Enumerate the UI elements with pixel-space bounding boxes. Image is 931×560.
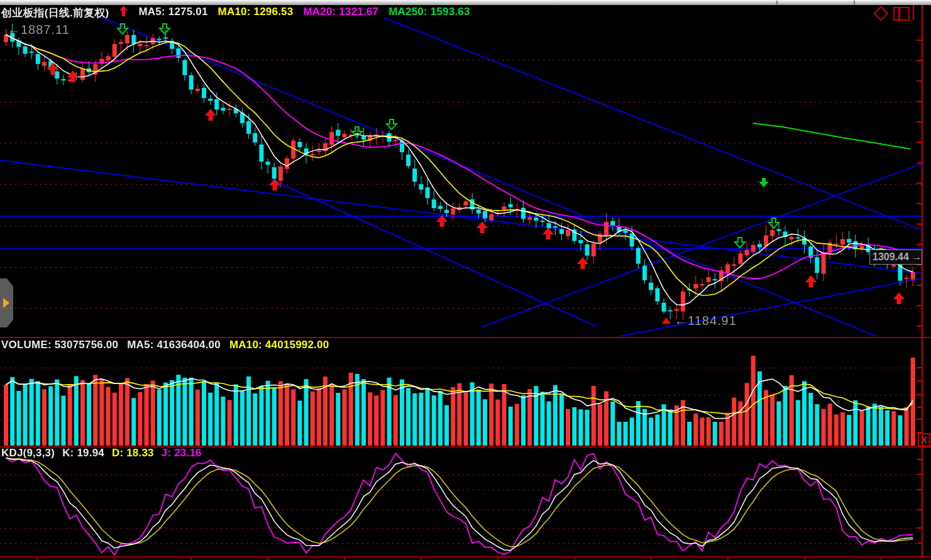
current-price-tag[interactable]: 1309.44 → [869,250,922,265]
kdj-pane-header: KDJ(9,3,3) K: 19.94 D: 18.33 J: 23.16 [1,447,202,459]
ma10-value: MA10: 1296.53 [218,6,294,20]
kdj-name: KDJ(9,3,3) [1,447,55,459]
up-arrow-icon [119,6,128,20]
pane-divider-mark [913,5,914,20]
kdj-j-value: J: 23.16 [162,447,202,459]
high-price-label: ←1887.11 [8,23,70,37]
window-top-bar [0,0,931,5]
ma5-value: MA5: 1275.01 [138,6,207,20]
ma250-value: MA250: 1593.63 [388,6,470,20]
split-window-divider [898,8,900,19]
left-flyout-tab[interactable] [0,278,13,327]
low-price-label: ←1184.91 [675,314,737,328]
chart-application-window: 创业板指(日线.前复权) MA5: 1275.01 MA10: 1296.53 … [0,0,931,560]
volume-pane-header: VOLUME: 53075756.00 MA5: 41636404.00 MA1… [1,339,329,351]
volume-ma5-value: MA5: 41636404.00 [127,339,221,351]
close-pane-button[interactable]: X [918,433,930,447]
instrument-title: 创业板指(日线.前复权) [1,6,109,20]
chart-canvas[interactable] [0,0,931,560]
volume-ma10-value: MA10: 44015992.00 [229,339,329,351]
ma20-value: MA20: 1321.67 [303,6,378,20]
split-window-icon[interactable] [893,7,910,21]
top-bar-notch [854,1,855,4]
flyout-expand-arrow-icon [3,298,9,308]
top-bar-notch [776,1,778,4]
volume-value: VOLUME: 53075756.00 [1,339,118,351]
kdj-d-value: D: 18.33 [112,447,154,459]
main-chart-header: 创业板指(日线.前复权) MA5: 1275.01 MA10: 1296.53 … [1,6,470,20]
kdj-k-value: K: 19.94 [62,447,104,459]
